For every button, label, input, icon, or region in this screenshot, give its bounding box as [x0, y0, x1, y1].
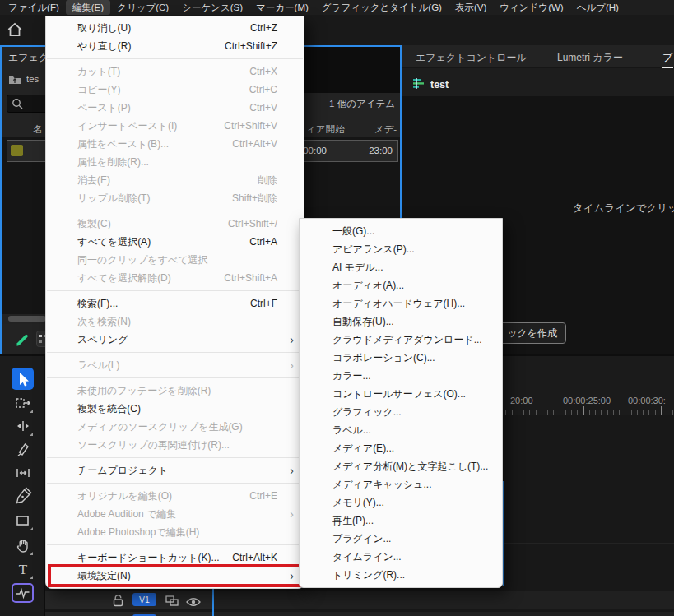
menubar-item[interactable]: ファイル(F) — [2, 0, 66, 15]
menubar-item[interactable]: シーケンス(S) — [175, 0, 249, 15]
submenu-item[interactable]: メディア(E)... — [300, 439, 502, 457]
submenu-item[interactable]: メディアキャッシュ... — [300, 475, 502, 493]
column-header-media-start[interactable]: ィア開始 — [306, 123, 345, 136]
pencil-icon[interactable] — [15, 333, 30, 351]
razor-tool[interactable] — [12, 438, 34, 461]
menu-item[interactable]: ペースト(P)Ctrl+V — [46, 99, 304, 117]
menu-item-label: Adobe Photoshopで編集(H) — [77, 526, 267, 540]
submenu-item[interactable]: クラウドメディアダウンロード... — [300, 331, 502, 349]
submenu-item[interactable]: 一般(G)... — [300, 222, 502, 240]
track-target-badge[interactable]: V1 — [132, 593, 156, 606]
menu-item[interactable]: 同一のクリップをすべて選択 — [46, 251, 304, 269]
submenu-item[interactable]: 再生(P)... — [300, 512, 502, 530]
playhead[interactable] — [212, 589, 214, 616]
time-ruler[interactable] — [500, 406, 674, 415]
menu-item-label: 検索(F)... — [77, 297, 240, 311]
menu-separator — [46, 541, 304, 549]
submenu-item[interactable]: グラフィック... — [300, 403, 502, 421]
menu-item-preferences[interactable]: 環境設定(N)› — [46, 567, 304, 585]
menu-item[interactable]: 消去(E)削除 — [46, 171, 304, 189]
track-lane[interactable] — [213, 612, 674, 616]
submenu-item[interactable]: メディア分析(M)と文字起こし(T)... — [300, 457, 502, 475]
remix-tool[interactable] — [12, 583, 34, 603]
menu-item[interactable]: メディアのソースクリップを生成(G) — [46, 418, 304, 436]
track-row-v1: V1 — [45, 591, 674, 609]
track-lane[interactable] — [213, 591, 674, 609]
rectangle-tool[interactable] — [12, 509, 34, 531]
breadcrumb[interactable]: tes — [26, 74, 39, 84]
submenu-item[interactable]: コントロールサーフェス(O)... — [300, 385, 502, 403]
panel-tab[interactable]: エフェクトコントロール — [416, 51, 527, 65]
menu-item-label: 複製を統合(C) — [77, 402, 267, 416]
hand-tool[interactable] — [12, 534, 34, 556]
menu-item[interactable]: すべてを選択解除(D)Ctrl+Shift+A — [46, 269, 304, 287]
source-name: test — [430, 79, 449, 90]
panel-tab[interactable]: プ — [662, 51, 672, 65]
menubar-item[interactable]: マーカー(M) — [249, 0, 315, 15]
menu-item[interactable]: 次を検索(N) — [46, 313, 304, 331]
home-button[interactable] — [6, 21, 26, 40]
scrollbar-thumb[interactable] — [8, 316, 46, 322]
menu-item[interactable]: ソースクリップの再関連付け(R)... — [46, 436, 304, 454]
menu-item[interactable]: コピー(Y)Ctrl+C — [46, 81, 304, 99]
menu-item[interactable]: Adobe Photoshopで編集(H) — [46, 523, 304, 541]
menu-item[interactable]: Adobe Audition で編集› — [46, 505, 304, 523]
menu-item[interactable]: チームプロジェクト› — [46, 461, 304, 479]
project-panel-tab[interactable]: エフェク — [8, 51, 49, 65]
menu-item[interactable]: 取り消し(U)Ctrl+Z — [46, 19, 304, 37]
submenu-item[interactable]: アピアランス(P)... — [300, 240, 502, 258]
submenu-item[interactable]: オーディオハードウェア(H)... — [300, 294, 502, 313]
home-icon — [6, 27, 24, 41]
submenu-item[interactable]: コラボレーション(C)... — [300, 349, 502, 367]
menu-item[interactable]: オリジナルを編集(O)Ctrl+E — [46, 487, 304, 505]
menu-item[interactable]: 検索(F)...Ctrl+F — [46, 294, 304, 313]
submenu-item[interactable]: AI モデル... — [300, 258, 502, 276]
submenu-item[interactable]: ラベル... — [300, 421, 502, 439]
menu-item[interactable]: リップル削除(T)Shift+削除 — [46, 189, 304, 207]
menu-item-label: やり直し(R) — [77, 39, 215, 53]
menu-item[interactable]: 属性をペースト(B)...Ctrl+Alt+V — [46, 135, 304, 153]
submenu-item[interactable]: 自動保存(U)... — [300, 313, 502, 331]
menubar-item[interactable]: ウィンドウ(W) — [493, 0, 569, 15]
ripple-edit-tool[interactable] — [12, 415, 34, 437]
submenu-item[interactable]: カラー... — [300, 367, 502, 385]
lock-icon[interactable] — [113, 594, 123, 610]
menu-item[interactable]: スペリング› — [46, 331, 304, 349]
menu-item[interactable]: 属性を削除(R)... — [46, 153, 304, 171]
submenu-item[interactable]: プラグイン... — [300, 530, 502, 548]
selection-tool[interactable] — [12, 368, 34, 390]
column-header-name[interactable]: 名 — [33, 123, 43, 136]
panel-tab[interactable]: Lumetri カラー — [557, 51, 623, 65]
submenu-item[interactable]: オーディオ(A)... — [300, 276, 502, 294]
submenu-item[interactable]: トリミング(R)... — [300, 566, 502, 584]
menubar-item[interactable]: グラフィックとタイトル(G) — [315, 0, 449, 15]
menu-item[interactable]: カット(T)Ctrl+X — [46, 63, 304, 81]
pen-tool[interactable] — [12, 484, 34, 507]
menubar-item[interactable]: ヘルプ(H) — [570, 0, 625, 15]
menu-item-label: カット(T) — [77, 65, 239, 79]
menu-item[interactable]: やり直し(R)Ctrl+Shift+Z — [46, 37, 304, 55]
menu-item[interactable]: 未使用のフッテージを削除(R) — [46, 382, 304, 400]
playhead[interactable] — [503, 481, 504, 586]
menu-item[interactable]: 複製(C)Ctrl+Shift+/ — [46, 215, 304, 233]
slip-tool[interactable] — [12, 461, 34, 484]
submenu-arrow-icon: › — [286, 334, 294, 345]
submenu-item[interactable]: タイムライン... — [300, 548, 502, 566]
menu-item[interactable]: インサートペースト(I)Ctrl+Shift+V — [46, 117, 304, 135]
submenu-arrow-icon: › — [286, 508, 294, 520]
submenu-item[interactable]: メモリ(Y)... — [300, 493, 502, 512]
menu-item[interactable]: 複製を統合(C) — [46, 400, 304, 418]
menubar-item[interactable]: クリップ(C) — [110, 0, 175, 15]
navigate-up-icon[interactable] — [8, 73, 21, 88]
menu-item[interactable]: キーボードショートカット(K)...Ctrl+Alt+K — [46, 549, 304, 567]
type-tool[interactable]: T — [12, 558, 34, 580]
column-header-media-end[interactable]: メデ- — [374, 123, 397, 136]
menubar-item[interactable]: 表示(V) — [449, 0, 493, 15]
eye-icon[interactable] — [186, 595, 201, 610]
menu-item[interactable]: ラベル(L)› — [46, 356, 304, 374]
menu-item[interactable]: すべてを選択(A)Ctrl+A — [46, 233, 304, 251]
menubar-item[interactable]: 編集(E) — [66, 0, 110, 15]
track-select-forward-tool[interactable] — [12, 391, 34, 414]
sync-lock-icon[interactable] — [165, 595, 179, 609]
label-color-chip[interactable] — [11, 145, 23, 156]
